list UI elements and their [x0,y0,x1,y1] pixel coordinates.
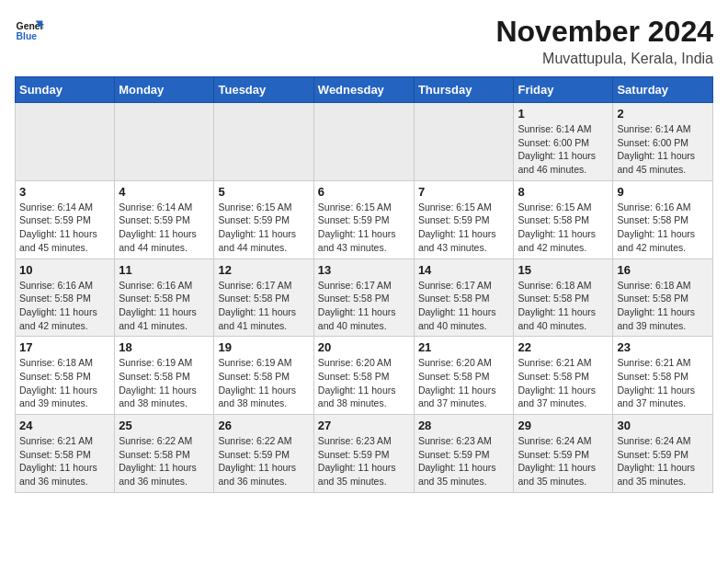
day-info: Sunrise: 6:14 AM Sunset: 6:00 PM Dayligh… [617,122,709,177]
calendar-cell: 24Sunrise: 6:21 AM Sunset: 5:58 PM Dayli… [16,415,115,493]
calendar-cell: 12Sunrise: 6:17 AM Sunset: 5:58 PM Dayli… [214,259,313,337]
day-info: Sunrise: 6:21 AM Sunset: 5:58 PM Dayligh… [617,356,709,410]
day-info: Sunrise: 6:15 AM Sunset: 5:59 PM Dayligh… [318,201,410,255]
day-number: 23 [617,340,709,354]
day-info: Sunrise: 6:15 AM Sunset: 5:59 PM Dayligh… [218,201,309,255]
day-info: Sunrise: 6:19 AM Sunset: 5:58 PM Dayligh… [119,356,210,410]
day-number: 22 [518,340,609,354]
calendar-cell: 1Sunrise: 6:14 AM Sunset: 6:00 PM Daylig… [514,103,613,181]
day-number: 28 [418,419,510,432]
day-number: 20 [318,340,410,354]
calendar-cell: 27Sunrise: 6:23 AM Sunset: 5:59 PM Dayli… [313,415,414,493]
weekday-header: Tuesday [214,77,313,103]
calendar-week-row: 17Sunrise: 6:18 AM Sunset: 5:58 PM Dayli… [16,337,713,415]
calendar-cell: 21Sunrise: 6:20 AM Sunset: 5:58 PM Dayli… [414,337,514,415]
weekday-header: Monday [115,77,214,103]
day-number: 14 [418,263,510,277]
calendar-week-row: 24Sunrise: 6:21 AM Sunset: 5:58 PM Dayli… [16,415,713,493]
calendar-cell: 17Sunrise: 6:18 AM Sunset: 5:58 PM Dayli… [16,337,115,415]
calendar-cell [414,103,514,181]
day-number: 30 [617,419,709,432]
day-info: Sunrise: 6:15 AM Sunset: 5:58 PM Dayligh… [518,201,609,255]
calendar-cell: 5Sunrise: 6:15 AM Sunset: 5:59 PM Daylig… [214,180,313,259]
day-info: Sunrise: 6:21 AM Sunset: 5:58 PM Dayligh… [518,356,609,410]
weekday-header: Wednesday [313,77,414,103]
calendar-cell: 22Sunrise: 6:21 AM Sunset: 5:58 PM Dayli… [514,337,613,415]
calendar-week-row: 1Sunrise: 6:14 AM Sunset: 6:00 PM Daylig… [16,103,713,181]
calendar-cell: 25Sunrise: 6:22 AM Sunset: 5:58 PM Dayli… [115,415,214,493]
calendar-cell: 30Sunrise: 6:24 AM Sunset: 5:59 PM Dayli… [613,415,713,493]
weekday-header: Thursday [414,77,514,103]
day-info: Sunrise: 6:17 AM Sunset: 5:58 PM Dayligh… [218,279,309,333]
day-info: Sunrise: 6:20 AM Sunset: 5:58 PM Dayligh… [418,356,510,410]
weekday-header: Saturday [613,77,713,103]
day-number: 1 [518,107,609,121]
calendar-cell: 20Sunrise: 6:20 AM Sunset: 5:58 PM Dayli… [313,337,414,415]
day-info: Sunrise: 6:14 AM Sunset: 5:59 PM Dayligh… [19,201,110,255]
logo-icon: General Blue [15,15,44,44]
calendar-cell: 8Sunrise: 6:15 AM Sunset: 5:58 PM Daylig… [514,180,613,259]
calendar-cell [214,103,313,181]
day-info: Sunrise: 6:18 AM Sunset: 5:58 PM Dayligh… [518,279,609,333]
calendar-cell: 26Sunrise: 6:22 AM Sunset: 5:59 PM Dayli… [214,415,313,493]
day-number: 24 [19,419,110,432]
day-number: 19 [218,340,309,354]
day-number: 11 [119,263,210,277]
day-info: Sunrise: 6:23 AM Sunset: 5:59 PM Dayligh… [318,434,410,488]
calendar-cell: 19Sunrise: 6:19 AM Sunset: 5:58 PM Dayli… [214,337,313,415]
day-number: 4 [119,185,210,199]
calendar-cell: 2Sunrise: 6:14 AM Sunset: 6:00 PM Daylig… [613,103,713,181]
day-info: Sunrise: 6:16 AM Sunset: 5:58 PM Dayligh… [617,201,709,255]
calendar-cell: 10Sunrise: 6:16 AM Sunset: 5:58 PM Dayli… [16,259,115,337]
day-number: 27 [318,419,410,432]
day-info: Sunrise: 6:16 AM Sunset: 5:58 PM Dayligh… [119,279,210,333]
day-number: 12 [218,263,309,277]
calendar-cell: 7Sunrise: 6:15 AM Sunset: 5:59 PM Daylig… [414,180,514,259]
calendar-cell: 28Sunrise: 6:23 AM Sunset: 5:59 PM Dayli… [414,415,514,493]
calendar-cell: 4Sunrise: 6:14 AM Sunset: 5:59 PM Daylig… [115,180,214,259]
location-title: Muvattupula, Kerala, India [495,51,713,67]
weekday-header-row: SundayMondayTuesdayWednesdayThursdayFrid… [16,77,713,103]
day-info: Sunrise: 6:19 AM Sunset: 5:58 PM Dayligh… [218,356,309,410]
day-number: 26 [218,419,309,432]
day-number: 5 [218,185,309,199]
calendar-cell: 3Sunrise: 6:14 AM Sunset: 5:59 PM Daylig… [16,180,115,259]
day-number: 15 [518,263,609,277]
day-number: 13 [318,263,410,277]
title-area: November 2024 Muvattupula, Kerala, India [495,15,713,67]
calendar-cell [115,103,214,181]
day-number: 7 [418,185,510,199]
day-info: Sunrise: 6:23 AM Sunset: 5:59 PM Dayligh… [418,434,510,488]
calendar-cell: 9Sunrise: 6:16 AM Sunset: 5:58 PM Daylig… [613,180,713,259]
calendar-cell: 14Sunrise: 6:17 AM Sunset: 5:58 PM Dayli… [414,259,514,337]
day-number: 16 [617,263,709,277]
day-info: Sunrise: 6:17 AM Sunset: 5:58 PM Dayligh… [318,279,410,333]
calendar-cell: 6Sunrise: 6:15 AM Sunset: 5:59 PM Daylig… [313,180,414,259]
weekday-header: Friday [514,77,613,103]
day-info: Sunrise: 6:24 AM Sunset: 5:59 PM Dayligh… [518,434,609,488]
day-number: 6 [318,185,410,199]
calendar-cell [313,103,414,181]
header: General Blue November 2024 Muvattupula, … [15,15,713,67]
logo: General Blue [15,15,44,44]
day-info: Sunrise: 6:18 AM Sunset: 5:58 PM Dayligh… [617,279,709,333]
calendar-cell: 13Sunrise: 6:17 AM Sunset: 5:58 PM Dayli… [313,259,414,337]
day-info: Sunrise: 6:15 AM Sunset: 5:59 PM Dayligh… [418,201,510,255]
day-number: 18 [119,340,210,354]
calendar-cell [16,103,115,181]
calendar-cell: 16Sunrise: 6:18 AM Sunset: 5:58 PM Dayli… [613,259,713,337]
month-title: November 2024 [495,15,713,49]
day-number: 29 [518,419,609,432]
day-number: 2 [617,107,709,121]
day-number: 17 [19,340,110,354]
svg-text:Blue: Blue [17,31,38,41]
calendar-cell: 11Sunrise: 6:16 AM Sunset: 5:58 PM Dayli… [115,259,214,337]
day-info: Sunrise: 6:22 AM Sunset: 5:58 PM Dayligh… [119,434,210,488]
day-info: Sunrise: 6:17 AM Sunset: 5:58 PM Dayligh… [418,279,510,333]
day-info: Sunrise: 6:18 AM Sunset: 5:58 PM Dayligh… [19,356,110,410]
day-info: Sunrise: 6:14 AM Sunset: 5:59 PM Dayligh… [119,201,210,255]
calendar-cell: 18Sunrise: 6:19 AM Sunset: 5:58 PM Dayli… [115,337,214,415]
calendar: SundayMondayTuesdayWednesdayThursdayFrid… [15,76,713,493]
calendar-cell: 15Sunrise: 6:18 AM Sunset: 5:58 PM Dayli… [514,259,613,337]
weekday-header: Sunday [16,77,115,103]
